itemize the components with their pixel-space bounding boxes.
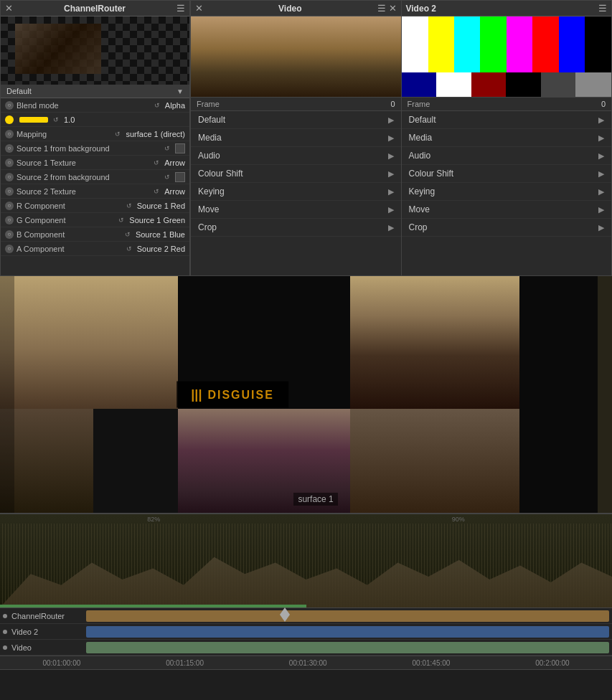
track-row-video2[interactable]: Video 2 <box>0 624 612 640</box>
track-indicator-video2 <box>3 630 7 634</box>
prop-item-keying-right[interactable]: Keying ▶ <box>402 183 612 201</box>
video1-panel: ✕ Video ☰ ✕ <box>191 1 402 97</box>
video2-thumbnail <box>402 16 612 97</box>
track-bar-video2[interactable] <box>86 626 609 638</box>
video1-save-icon[interactable]: ☰ <box>377 3 386 14</box>
slider-value: 1.0 <box>64 115 75 124</box>
source2-texture-icon: ○ <box>5 187 14 196</box>
prop-crop-label-right: Crop <box>409 222 428 232</box>
prop-move-label-left: Move <box>198 204 219 214</box>
track-name-video: Video <box>11 643 83 652</box>
ruler-mark-3: 00:01:45:00 <box>413 659 451 667</box>
source1-texture-row: ○ Source 1 Texture ↺ Arrow <box>1 156 189 170</box>
source2-bg-checkbox[interactable] <box>175 172 185 182</box>
prop-item-move-right[interactable]: Move ▶ <box>402 201 612 219</box>
panel-thumbnail <box>1 16 189 85</box>
video1-header: ✕ Video ☰ ✕ <box>191 1 401 16</box>
close-icon[interactable]: ✕ <box>5 3 13 14</box>
video2-header: Video 2 ☰ <box>402 1 612 16</box>
r-component-icon: ○ <box>5 202 14 210</box>
source2-bg-icon: ○ <box>5 173 14 181</box>
playhead-arrows <box>280 607 290 622</box>
track-row-video[interactable]: Video <box>0 640 612 656</box>
blend-mode-reset[interactable]: ↺ <box>154 102 160 109</box>
dropdown-arrow-icon: ▼ <box>176 88 184 95</box>
menu-icon[interactable]: ☰ <box>176 3 185 14</box>
surface-label: surface 1 <box>293 493 337 506</box>
prop-crop-arrow-right: ▶ <box>598 223 604 232</box>
video2-panel: Video 2 ☰ <box>402 1 612 97</box>
prop-item-default-right[interactable]: Default ▶ <box>402 111 612 129</box>
prop-audio-arrow-left: ▶ <box>388 151 394 161</box>
prop-item-crop-right[interactable]: Crop ▶ <box>402 219 612 237</box>
prop-item-default-left[interactable]: Default ▶ <box>191 111 401 129</box>
pct-mark-2: 90% <box>452 516 465 523</box>
slider-reset[interactable]: ↺ <box>53 116 59 123</box>
prop-default-label-right: Default <box>409 115 436 125</box>
left-strip-top <box>0 276 14 513</box>
video2-menu-icon[interactable]: ☰ <box>598 3 607 14</box>
video1-portrait <box>191 16 401 97</box>
prop-media-arrow-left: ▶ <box>388 133 394 143</box>
prop-colourshift-label-left: Colour Shift <box>198 169 243 179</box>
prop-audio-arrow-right: ▶ <box>598 151 604 161</box>
timeline-area: 82% 90% ChannelRouter Video 2 Video 00:0 <box>0 513 612 700</box>
waveform-greenbar <box>0 605 306 607</box>
track-bar-video[interactable] <box>86 642 609 653</box>
source1-bg-reset[interactable]: ↺ <box>164 145 170 152</box>
prop-default-arrow-right: ▶ <box>598 115 604 125</box>
video1-thumbnail <box>191 16 401 97</box>
prop-media-arrow-right: ▶ <box>598 133 604 143</box>
source1-bg-icon: ○ <box>5 144 14 153</box>
source2-bg-reset[interactable]: ↺ <box>164 174 170 181</box>
a-component-icon: ○ <box>5 245 14 253</box>
b-component-reset[interactable]: ↺ <box>125 231 131 238</box>
blend-slider[interactable] <box>19 117 48 123</box>
prop-item-media-right[interactable]: Media ▶ <box>402 129 612 147</box>
source2-texture-reset[interactable]: ↺ <box>154 188 159 195</box>
prop-audio-label-left: Audio <box>198 151 220 161</box>
video2-frame-value: 0 <box>601 100 606 108</box>
a-component-reset[interactable]: ↺ <box>126 245 132 252</box>
prop-item-keying-left[interactable]: Keying ▶ <box>191 183 401 201</box>
g-component-icon: ○ <box>5 216 14 224</box>
source1-bg-label: Source 1 from background <box>17 144 162 153</box>
video1-close2-icon[interactable]: ✕ <box>389 3 397 14</box>
source1-bg-checkbox[interactable] <box>175 143 185 153</box>
playhead-up-arrow <box>280 607 290 615</box>
track-row-channelrouter[interactable]: ChannelRouter <box>0 608 612 624</box>
prop-item-crop-left[interactable]: Crop ▶ <box>191 219 401 237</box>
r-component-reset[interactable]: ↺ <box>126 202 132 209</box>
mapping-reset[interactable]: ↺ <box>115 131 121 138</box>
blend-mode-icon: ○ <box>5 101 14 110</box>
source1-texture-label: Source 1 Texture <box>17 159 151 167</box>
preview-content: ||| DISGUISE surface 1 <box>0 276 612 513</box>
prop-colourshift-arrow-left: ▶ <box>388 169 394 179</box>
video1-frame-cell: Frame 0 <box>191 98 402 110</box>
source2-bg-label: Source 2 from background <box>17 173 162 181</box>
prop-crop-label-left: Crop <box>198 222 217 232</box>
prop-item-audio-left[interactable]: Audio ▶ <box>191 147 401 165</box>
b-component-row: ○ B Component ↺ Source 1 Blue <box>1 227 189 242</box>
prop-item-colourshift-right[interactable]: Colour Shift ▶ <box>402 165 612 183</box>
track-list: ChannelRouter Video 2 Video <box>0 607 612 656</box>
prop-item-colourshift-left[interactable]: Colour Shift ▶ <box>191 165 401 183</box>
prop-move-arrow-left: ▶ <box>388 205 394 214</box>
prop-item-media-left[interactable]: Media ▶ <box>191 129 401 147</box>
prop-keying-arrow-right: ▶ <box>598 187 604 197</box>
mapping-icon: ○ <box>5 130 14 138</box>
prop-item-audio-right[interactable]: Audio ▶ <box>402 147 612 165</box>
timeline-waveform: 82% 90% <box>0 514 612 607</box>
prop-move-arrow-right: ▶ <box>598 205 604 214</box>
slider-row[interactable]: ↺ 1.0 <box>1 113 189 127</box>
g-component-reset[interactable]: ↺ <box>118 217 124 224</box>
prop-item-move-left[interactable]: Move ▶ <box>191 201 401 219</box>
props-col-left: Default ▶ Media ▶ Audio ▶ Colour Shift ▶… <box>191 111 402 275</box>
source1-texture-icon: ○ <box>5 159 14 167</box>
video1-close-icon[interactable]: ✕ <box>195 3 203 14</box>
source1-texture-reset[interactable]: ↺ <box>154 159 159 166</box>
default-preset-bar[interactable]: Default ▼ <box>1 85 189 98</box>
prop-default-label-left: Default <box>198 115 225 125</box>
track-name-channelrouter: ChannelRouter <box>11 612 83 620</box>
track-bar-channelrouter[interactable] <box>86 610 609 622</box>
